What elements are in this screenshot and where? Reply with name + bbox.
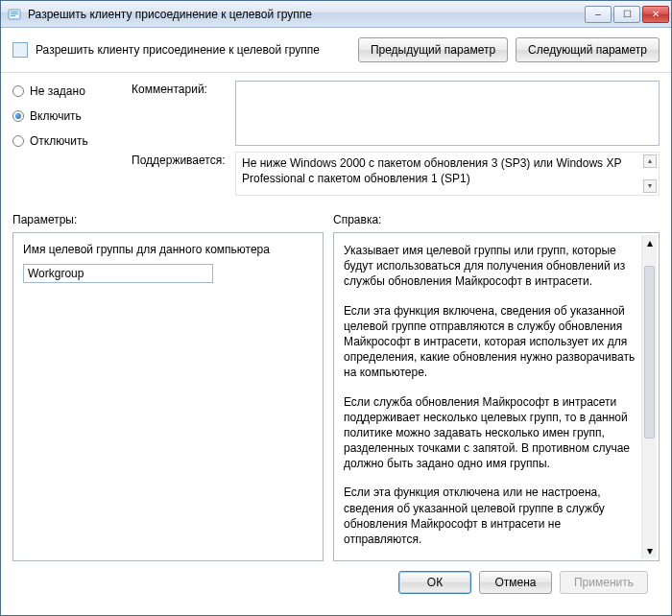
maximize-icon: ☐ — [623, 9, 632, 19]
radio-enabled[interactable]: Включить — [12, 106, 116, 127]
top-row: Не задано Включить Отключить Комментарий… — [12, 81, 660, 196]
help-p2: Если эта функция включена, сведения об у… — [344, 303, 641, 381]
supported-text: Не ниже Windows 2000 с пакетом обновлени… — [242, 156, 621, 185]
radio-icon — [12, 110, 24, 122]
minimize-icon: – — [595, 9, 601, 19]
comment-input[interactable] — [235, 81, 660, 146]
options-section: Параметры: Имя целевой группы для данног… — [12, 213, 324, 561]
content: Разрешить клиенту присоединение к целево… — [1, 28, 671, 604]
options-panel-inner: Имя целевой группы для данного компьютер… — [13, 233, 323, 560]
radio-disabled[interactable]: Отключить — [12, 130, 116, 152]
svg-rect-2 — [11, 13, 18, 14]
apply-label: Применить — [574, 576, 634, 589]
svg-rect-3 — [11, 15, 15, 16]
page-title: Разрешить клиенту присоединение к целево… — [36, 43, 320, 57]
policy-icon — [7, 7, 22, 22]
help-panel: Указывает имя целевой группы или групп, … — [333, 232, 660, 561]
state-radios: Не задано Включить Отключить — [12, 81, 116, 196]
help-p1: Указывает имя целевой группы или групп, … — [344, 243, 641, 290]
maximize-button[interactable]: ☐ — [613, 6, 640, 23]
radio-label-not-configured: Не задано — [30, 84, 85, 98]
help-p3: Если служба обновления Майкрософт в интр… — [344, 394, 641, 472]
radio-icon — [12, 135, 24, 147]
previous-setting-button[interactable]: Предыдущий параметр — [358, 37, 508, 62]
next-setting-label: Следующий параметр — [528, 43, 647, 57]
scroll-thumb[interactable] — [644, 266, 655, 438]
scroll-up-icon: ▴ — [642, 235, 657, 250]
window: Разрешить клиенту присоединение к целево… — [0, 0, 672, 616]
next-setting-button[interactable]: Следующий параметр — [516, 37, 660, 62]
options-panel: Имя целевой группы для данного компьютер… — [12, 232, 324, 561]
target-group-label: Имя целевой группы для данного компьютер… — [23, 243, 313, 256]
help-scrollbar[interactable]: ▴ ▾ — [641, 235, 657, 558]
right-fields: Комментарий: Поддерживается: Не ниже Win… — [132, 81, 660, 196]
close-icon: ✕ — [652, 9, 660, 19]
supported-label: Поддерживается: — [132, 152, 228, 196]
radio-label-disabled: Отключить — [30, 134, 88, 148]
nav-buttons: Предыдущий параметр Следующий параметр — [358, 37, 660, 62]
supported-scrollbar[interactable]: ▴ ▾ — [643, 154, 657, 193]
target-group-input[interactable] — [23, 264, 213, 283]
minimize-button[interactable]: – — [585, 6, 612, 23]
radio-label-enabled: Включить — [30, 109, 82, 123]
window-buttons: – ☐ ✕ — [585, 6, 669, 23]
comment-row: Комментарий: — [132, 81, 660, 146]
body: Не задано Включить Отключить Комментарий… — [1, 73, 671, 604]
help-p4: Если эта функция отключена или не настро… — [344, 485, 641, 547]
header: Разрешить клиенту присоединение к целево… — [1, 28, 671, 73]
scroll-down-icon: ▾ — [643, 179, 657, 193]
svg-rect-1 — [11, 12, 18, 12]
footer: ОК Отмена Применить — [12, 561, 660, 604]
previous-setting-label: Предыдущий параметр — [371, 43, 495, 57]
apply-button[interactable]: Применить — [560, 571, 648, 594]
radio-icon — [12, 85, 24, 97]
help-section: Справка: Указывает имя целевой группы ил… — [333, 213, 660, 561]
ok-label: ОК — [427, 576, 443, 589]
options-title: Параметры: — [12, 213, 324, 226]
supported-box: Не ниже Windows 2000 с пакетом обновлени… — [235, 152, 660, 196]
scroll-down-icon: ▾ — [642, 543, 657, 558]
policy-small-icon — [12, 42, 28, 58]
scroll-up-icon: ▴ — [643, 154, 657, 168]
radio-not-configured[interactable]: Не задано — [12, 81, 116, 102]
sections: Параметры: Имя целевой группы для данног… — [12, 213, 660, 561]
titlebar[interactable]: Разрешить клиенту присоединение к целево… — [1, 1, 671, 28]
window-title: Разрешить клиенту присоединение к целево… — [28, 8, 585, 21]
comment-label: Комментарий: — [132, 81, 228, 146]
ok-button[interactable]: ОК — [398, 571, 471, 594]
close-button[interactable]: ✕ — [642, 6, 669, 23]
help-body: Указывает имя целевой группы или групп, … — [334, 233, 659, 560]
cancel-label: Отмена — [494, 576, 536, 589]
cancel-button[interactable]: Отмена — [479, 571, 552, 594]
header-left: Разрешить клиенту присоединение к целево… — [12, 42, 320, 58]
help-title: Справка: — [333, 213, 660, 226]
supported-row: Поддерживается: Не ниже Windows 2000 с п… — [132, 152, 660, 196]
